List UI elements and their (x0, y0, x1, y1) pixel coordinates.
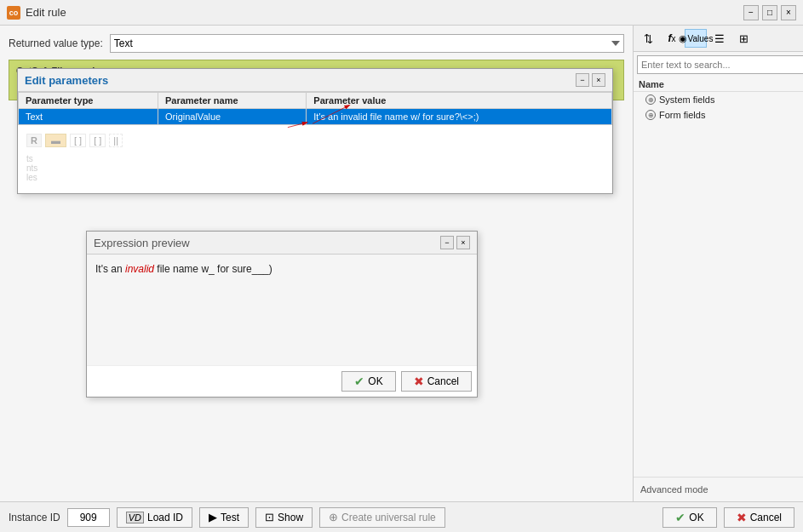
form-fields-item[interactable]: ⊕ Form fields (634, 107, 803, 123)
return-type-row: Returned value type: Text (9, 34, 624, 53)
close-button[interactable]: × (781, 5, 796, 20)
title-bar-controls: − □ × (743, 5, 796, 20)
advanced-mode-label: Advanced mode (640, 484, 708, 495)
expr-close[interactable]: × (456, 236, 470, 249)
col-param-value: Parameter value (307, 93, 612, 109)
expr-text-plain: It's an (95, 263, 125, 275)
right-tree-header: Name (634, 77, 803, 92)
bottom-bar: Instance ID VD Load ID ▶ Test ⊡ Show ⊕ C… (0, 501, 803, 532)
param-name-cell: OriginalValue (158, 109, 306, 125)
minimize-button[interactable]: − (743, 5, 759, 20)
system-fields-icon: ⊕ (645, 94, 656, 105)
edit-params-minimize[interactable]: − (576, 73, 589, 87)
col-param-name: Parameter name (158, 93, 306, 109)
main-ok-check-icon: ✔ (675, 511, 685, 524)
param-value-cell: It's an invalid file name w/ for sure?\<… (307, 109, 612, 125)
form-fields-label: Form fields (659, 110, 705, 120)
right-toolbar: ⇅ fx ◉Values ☰ ⊞ (634, 26, 803, 52)
params-table: Parameter type Parameter name Parameter … (18, 92, 612, 125)
table-toolbar-btn[interactable]: ⊞ (732, 29, 754, 48)
window-title: Edit rule (26, 6, 66, 19)
expr-cancel-button[interactable]: ✖ Cancel (401, 371, 472, 392)
show-button[interactable]: ⊡ Show (255, 507, 313, 528)
sort-toolbar-btn[interactable]: ⇅ (637, 29, 659, 48)
create-rule-button[interactable]: ⊕ Create universal rule (319, 507, 445, 528)
edit-params-title: Edit parameters (25, 74, 108, 87)
left-panel: Returned value type: Text GetSafeFilenam… (0, 26, 633, 501)
test-button[interactable]: ▶ Test (199, 507, 249, 528)
show-icon: ⊡ (265, 511, 274, 523)
col-param-type: Parameter type (19, 93, 158, 109)
right-panel: ⇅ fx ◉Values ☰ ⊞ Name ⊕ System fields ⊕ … (633, 26, 803, 501)
main-cancel-x-icon: ✖ (737, 511, 747, 524)
load-id-icon: VD (126, 512, 144, 523)
return-type-select[interactable]: Text (110, 34, 624, 53)
expr-footer: ✔ OK ✖ Cancel (87, 365, 477, 397)
create-rule-icon: ⊕ (329, 511, 338, 523)
cancel-x-icon: ✖ (414, 375, 424, 388)
app-icon: co (7, 6, 20, 20)
values-toolbar-btn[interactable]: ◉Values (685, 29, 707, 48)
instance-id-input[interactable] (67, 508, 110, 527)
advanced-mode-row: Advanced mode (634, 477, 803, 501)
right-search-input[interactable] (637, 55, 803, 74)
expr-content-area: It's an invalid file name w_ for sure___… (87, 255, 477, 365)
return-type-label: Returned value type: (9, 37, 103, 49)
title-bar: co Edit rule − □ × (0, 0, 803, 26)
main-cancel-button[interactable]: ✖ Cancel (724, 507, 794, 528)
expression-preview-dialog: Expression preview − × It's an invalid f… (86, 231, 478, 398)
list-toolbar-btn[interactable]: ☰ (708, 29, 731, 48)
form-fields-icon: ⊕ (645, 110, 656, 120)
maximize-button[interactable]: □ (762, 5, 777, 20)
main-ok-button[interactable]: ✔ OK (662, 507, 716, 528)
table-row[interactable]: Text OriginalValue It's an invalid file … (19, 109, 612, 125)
system-fields-item[interactable]: ⊕ System fields (634, 92, 803, 107)
instance-id-label: Instance ID (9, 512, 60, 523)
play-icon: ▶ (209, 511, 217, 523)
expr-ok-button[interactable]: ✔ OK (341, 371, 395, 392)
expr-title-bar: Expression preview − × (87, 232, 477, 255)
load-id-button[interactable]: VD Load ID (117, 507, 192, 528)
expr-text-after: file name w_ for sure___) (154, 263, 272, 275)
expr-minimize[interactable]: − (440, 236, 454, 249)
edit-params-controls: − × (576, 73, 605, 87)
system-fields-label: System fields (659, 94, 714, 105)
dialog-content-area: R ▬ [ ] [ ] || ts nts les (18, 125, 612, 193)
edit-params-title-bar: Edit parameters − × (18, 69, 612, 92)
expr-title: Expression preview (94, 237, 190, 249)
param-type-cell: Text (19, 109, 158, 125)
expr-invalid-word: invalid (125, 263, 154, 275)
edit-params-close[interactable]: × (592, 73, 605, 87)
edit-params-dialog: Edit parameters − × Parameter type Param… (17, 68, 613, 194)
ok-check-icon: ✔ (354, 375, 364, 388)
main-container: Returned value type: Text GetSafeFilenam… (0, 26, 803, 501)
